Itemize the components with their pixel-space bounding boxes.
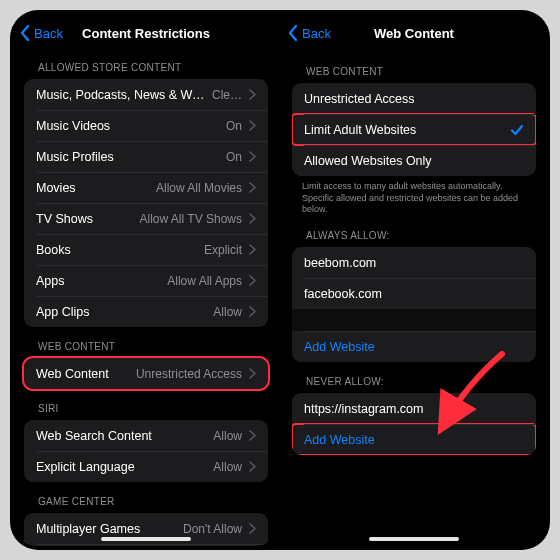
row-label: Multiplayer Games [36,522,177,536]
row-movies[interactable]: Movies Allow All Movies [24,172,268,203]
back-button[interactable]: Back [20,14,63,52]
section-header-web: WEB CONTENT [14,327,278,358]
row-web-content[interactable]: Web Content Unrestricted Access [24,358,268,389]
row-label: facebook.com [304,287,524,301]
row-web-search[interactable]: Web Search Content Allow [24,420,268,451]
row-appclips[interactable]: App Clips Allow [24,296,268,327]
chevron-right-icon [249,275,256,286]
row-label: TV Shows [36,212,134,226]
chevron-left-icon [20,25,31,41]
row-value: Allow [213,460,242,474]
page-title: Web Content [374,26,454,41]
back-label: Back [302,26,331,41]
row-value: Don't Allow [183,522,242,536]
row-label: beebom.com [304,256,524,270]
chevron-right-icon [249,523,256,534]
back-label: Back [34,26,63,41]
row-adding-friends[interactable]: Adding Friends Allow [24,544,268,546]
row-label: Allowed Websites Only [304,154,524,168]
row-value: Allow [213,305,242,319]
section-header-mode: WEB CONTENT [282,52,546,83]
row-books[interactable]: Books Explicit [24,234,268,265]
page-title: Content Restrictions [82,26,210,41]
home-indicator[interactable] [369,537,459,541]
row-music-podcasts[interactable]: Music, Podcasts, News & Workouts Cle… [24,79,268,110]
navbar: Back Content Restrictions [14,14,278,52]
chevron-right-icon [249,89,256,100]
row-apps[interactable]: Apps Allow All Apps [24,265,268,296]
section-header-siri: SIRI [14,389,278,420]
row-value: Allow All TV Shows [140,212,243,226]
back-button[interactable]: Back [288,14,331,52]
chevron-right-icon [249,182,256,193]
row-explicit-language[interactable]: Explicit Language Allow [24,451,268,482]
group-web-content: Web Content Unrestricted Access [24,358,268,389]
section-header-store: ALLOWED STORE CONTENT [14,52,278,79]
section-header-gamecenter: GAME CENTER [14,482,278,513]
two-phone-stage: Back Content Restrictions ALLOWED STORE … [10,10,550,550]
chevron-right-icon [249,461,256,472]
row-value: Explicit [204,243,242,257]
section-header-always: ALWAYS ALLOW: [282,216,546,247]
row-label: Movies [36,181,150,195]
content-scroll[interactable]: ALLOWED STORE CONTENT Music, Podcasts, N… [14,52,278,546]
chevron-left-icon [288,25,299,41]
row-label: Music Videos [36,119,220,133]
group-never-allow: https://instagram.com Add Website [292,393,536,455]
row-value: Allow All Movies [156,181,242,195]
group-siri: Web Search Content Allow Explicit Langua… [24,420,268,482]
chevron-right-icon [249,306,256,317]
row-value: Unrestricted Access [136,367,242,381]
row-value: Allow All Apps [167,274,242,288]
link-label: Add Website [304,340,375,354]
phone-right: Back Web Content WEB CONTENT Unrestricte… [282,14,546,546]
group-mode: Unrestricted Access Limit Adult Websites… [292,83,536,176]
navbar: Back Web Content [282,14,546,52]
row-label: Unrestricted Access [304,92,524,106]
home-indicator[interactable] [101,537,191,541]
chevron-right-icon [249,430,256,441]
allow-item[interactable]: beebom.com [292,247,536,278]
chevron-right-icon [249,120,256,131]
row-tvshows[interactable]: TV Shows Allow All TV Shows [24,203,268,234]
chevron-right-icon [249,151,256,162]
row-label: Apps [36,274,161,288]
phone-left: Back Content Restrictions ALLOWED STORE … [14,14,278,546]
empty-row [292,309,536,331]
option-allowed-only[interactable]: Allowed Websites Only [292,145,536,176]
row-music-videos[interactable]: Music Videos On [24,110,268,141]
group-always-allow: beebom.com facebook.com Add Website [292,247,536,362]
add-website-never[interactable]: Add Website [292,424,536,455]
row-label: Web Search Content [36,429,207,443]
row-label: Music Profiles [36,150,220,164]
group-store: Music, Podcasts, News & Workouts Cle… Mu… [24,79,268,327]
add-website-allow[interactable]: Add Website [292,331,536,362]
never-item[interactable]: https://instagram.com [292,393,536,424]
chevron-right-icon [249,213,256,224]
row-label: Explicit Language [36,460,207,474]
row-label: Limit Adult Websites [304,123,510,137]
row-value: Allow [213,429,242,443]
checkmark-icon [510,123,524,137]
row-label: Books [36,243,198,257]
link-label: Add Website [304,433,375,447]
chevron-right-icon [249,368,256,379]
row-label: Music, Podcasts, News & Workouts [36,88,206,102]
allow-item[interactable]: facebook.com [292,278,536,309]
content-scroll[interactable]: WEB CONTENT Unrestricted Access Limit Ad… [282,52,546,546]
mode-description: Limit access to many adult websites auto… [282,176,546,216]
row-value: Cle… [212,88,242,102]
row-music-profiles[interactable]: Music Profiles On [24,141,268,172]
row-label: Web Content [36,367,130,381]
row-label: App Clips [36,305,207,319]
option-limit-adult[interactable]: Limit Adult Websites [292,114,536,145]
option-unrestricted[interactable]: Unrestricted Access [292,83,536,114]
row-label: https://instagram.com [304,402,524,416]
group-gamecenter: Multiplayer Games Don't Allow Adding Fri… [24,513,268,546]
chevron-right-icon [249,244,256,255]
row-value: On [226,119,242,133]
section-header-never: NEVER ALLOW: [282,362,546,393]
row-value: On [226,150,242,164]
